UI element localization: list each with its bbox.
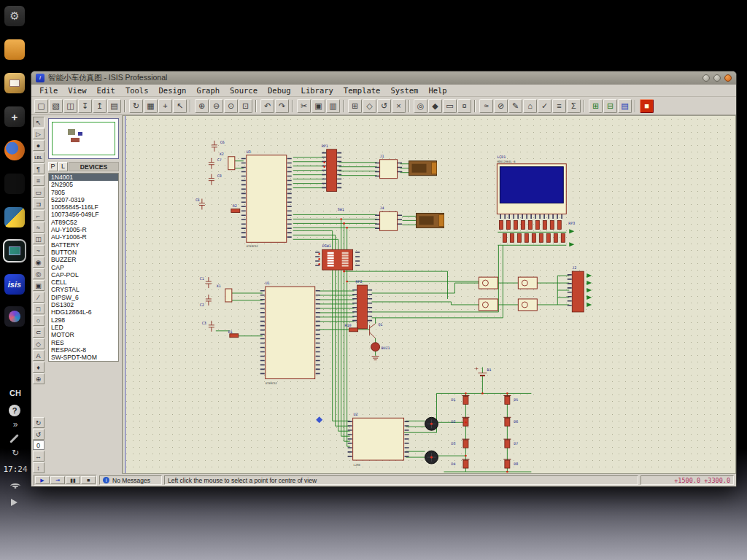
respack-rp2[interactable]: [355, 285, 370, 329]
device-list-item[interactable]: 7805: [49, 189, 118, 196]
grid-toggle-button[interactable]: ▦: [144, 99, 158, 113]
device-list[interactable]: 1N4001 2N2905 7805 52207-0319 10056845-1…: [48, 173, 119, 362]
isis-dock-icon[interactable]: isis: [4, 274, 25, 295]
device-list-item[interactable]: 10073456-049LF: [49, 211, 118, 218]
input-method-indicator[interactable]: CH: [0, 389, 31, 397]
electrical-check-button[interactable]: ✓: [538, 99, 551, 113]
export-button[interactable]: ↥: [93, 99, 107, 113]
menu-source[interactable]: Source: [225, 85, 263, 96]
menu-file[interactable]: File: [34, 85, 63, 96]
maximize-button[interactable]: [713, 74, 721, 82]
message-indicator[interactable]: i No Messages: [99, 475, 162, 485]
voltage-probe-mode-button[interactable]: ◉: [33, 257, 44, 268]
search-tag-button[interactable]: ⊘: [494, 99, 508, 113]
capacitor-c6[interactable]: [212, 141, 217, 152]
decompose-button[interactable]: ¤: [457, 99, 471, 113]
opto-cluster[interactable]: [479, 277, 537, 311]
buzzer-buz1[interactable]: [371, 343, 380, 360]
close-button[interactable]: [724, 74, 732, 82]
mirror-vertical-button[interactable]: ↕: [33, 462, 44, 473]
minimize-button[interactable]: [703, 74, 710, 82]
sim-play-button[interactable]: ▶: [35, 476, 50, 484]
device-list-item[interactable]: 52207-0319: [49, 196, 118, 203]
exit-button[interactable]: ■: [640, 99, 654, 113]
terminal-mode-button[interactable]: ⊐: [33, 198, 44, 209]
overview-minimap[interactable]: [48, 118, 119, 159]
menu-help[interactable]: Help: [423, 85, 452, 96]
titlebar[interactable]: i 智能小车仿真图 - ISIS Professional: [31, 71, 736, 85]
device-list-item[interactable]: RES: [49, 339, 118, 346]
2d-line-mode-button[interactable]: ∕: [33, 292, 44, 303]
false-origin-button[interactable]: +: [158, 99, 172, 113]
undo-button[interactable]: ↶: [260, 99, 274, 113]
2d-circle-mode-button[interactable]: ○: [33, 315, 44, 326]
device-list-item[interactable]: 10056845-116LF: [49, 203, 118, 211]
junction-mode-button[interactable]: ●: [33, 140, 44, 151]
expand-arrow-icon[interactable]: »: [0, 419, 31, 429]
mcu-u3[interactable]: [244, 155, 290, 243]
lcd-display[interactable]: [497, 164, 566, 217]
library-button-l[interactable]: L: [58, 162, 68, 171]
battery-b1[interactable]: [475, 368, 487, 376]
driver-u2[interactable]: [350, 418, 407, 460]
sim-stop-button[interactable]: ■: [81, 476, 96, 484]
device-list-item[interactable]: SW-SPDT-MOM: [49, 354, 118, 361]
diode-d4[interactable]: [462, 459, 469, 468]
selection-mode-button[interactable]: ↖: [33, 117, 44, 128]
save-button[interactable]: ◫: [63, 99, 77, 113]
capacitor-c7[interactable]: [209, 158, 214, 169]
paste-button[interactable]: ▥: [326, 99, 340, 113]
dip-switch-dsw1[interactable]: [317, 249, 357, 270]
open-file-button[interactable]: ▧: [49, 99, 63, 113]
text-script-mode-button[interactable]: ¶: [33, 163, 44, 174]
device-pin-mode-button[interactable]: ⌐: [33, 210, 44, 221]
crystal-x2[interactable]: [228, 157, 235, 170]
print-button[interactable]: ▤: [107, 99, 121, 113]
usb-plug-2[interactable]: [417, 213, 444, 228]
capacitor-ce[interactable]: [199, 199, 205, 210]
mirror-horizontal-button[interactable]: ↔: [33, 451, 44, 462]
motor-2[interactable]: [425, 451, 438, 464]
settings-dock-icon[interactable]: ⚙: [4, 6, 25, 26]
python-dock-icon[interactable]: [4, 207, 25, 228]
active-vm-dock-icon[interactable]: [4, 241, 25, 261]
device-list-item[interactable]: DS1302: [49, 301, 118, 308]
diode-d3[interactable]: [462, 439, 469, 448]
block-rotate-button[interactable]: ↺: [377, 99, 391, 113]
flag-icon[interactable]: [11, 499, 18, 506]
device-list-item[interactable]: BATTERY: [49, 241, 118, 249]
instrument-mode-button[interactable]: ▣: [33, 280, 44, 291]
component-mode-button[interactable]: ▷: [33, 128, 44, 139]
add-dock-icon[interactable]: +: [4, 106, 25, 127]
crystal-x1[interactable]: [225, 289, 232, 302]
device-list-item[interactable]: BUZZER: [49, 256, 118, 263]
device-list-item[interactable]: HDG12864L-6: [49, 308, 118, 316]
documents-dock-icon[interactable]: [4, 73, 25, 93]
graph-mode-button[interactable]: ≈: [33, 222, 44, 233]
device-list-item[interactable]: DIPSW_6: [49, 294, 118, 301]
device-list-item[interactable]: RESPACK-8: [49, 346, 118, 354]
2d-text-mode-button[interactable]: A: [33, 350, 44, 361]
menu-tools[interactable]: Tools: [120, 85, 154, 96]
menu-graph[interactable]: Graph: [191, 85, 225, 96]
transistor-q1[interactable]: [370, 324, 376, 338]
generator-mode-button[interactable]: ~: [33, 245, 44, 256]
zoom-out-button[interactable]: ⊖: [209, 99, 223, 113]
device-list-item[interactable]: 1N4001: [49, 174, 118, 181]
media-dock-icon[interactable]: [4, 306, 25, 327]
pick-button-p[interactable]: P: [48, 162, 58, 171]
capacitor-c8[interactable]: [209, 174, 214, 185]
pick-device-button[interactable]: ◎: [414, 99, 427, 113]
block-delete-button[interactable]: ×: [392, 99, 406, 113]
capacitor-c2[interactable]: [206, 295, 212, 306]
sim-step-button[interactable]: ⇥: [50, 476, 65, 484]
connector-j1[interactable]: [377, 160, 400, 179]
schematic-drawing[interactable]: U3 AT89C52 U1 AT89C52 U2 L298 LCD1 HDG12…: [123, 116, 735, 473]
device-list-item[interactable]: CAP: [49, 264, 118, 271]
usb-plug-1[interactable]: [409, 161, 437, 176]
design-explorer-button[interactable]: ⌂: [523, 99, 537, 113]
menu-template[interactable]: Template: [338, 85, 386, 96]
current-probe-mode-button[interactable]: ◎: [33, 268, 44, 279]
firefox-dock-icon[interactable]: [4, 140, 25, 160]
device-list-item[interactable]: AU-Y1006-R: [49, 233, 118, 241]
